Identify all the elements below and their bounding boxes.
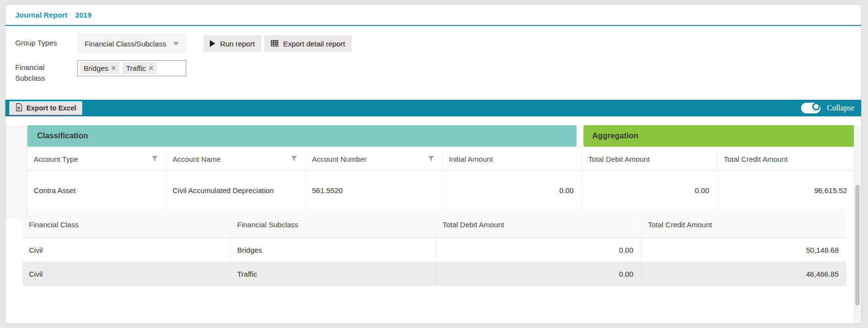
filter-icon[interactable] [428,155,434,163]
group-types-selected-value: Financial Class/Subclass [85,40,166,48]
collapse-toggle[interactable] [801,103,821,113]
table-row[interactable]: Civil Traffic 0.00 46,466.85 [22,262,846,286]
tag-label: Bridges [84,64,109,72]
column-header-total-credit[interactable]: Total Credit Amount [717,147,855,171]
aggregation-band: Aggregation [583,125,856,147]
filter-icon[interactable] [291,155,297,163]
detail-header-total-debit[interactable]: Total Debit Amount [436,211,641,238]
group-types-label: Group Types [15,34,77,48]
column-header-total-debit[interactable]: Total Debit Amount [581,147,717,171]
cell-total-debit: 0.00 [436,262,641,285]
export-detail-report-button[interactable]: Export detail report [265,35,352,52]
run-report-label: Run report [220,40,255,48]
report-grid: Classification Aggregation Account Type … [5,125,861,324]
cell-financial-subclass: Traffic [230,262,436,285]
tag-bridges[interactable]: Bridges ✕ [80,62,119,74]
financial-subclass-label: Financial Subclass [15,60,69,84]
column-header-account-name[interactable]: Account Name [166,147,305,171]
filter-icon[interactable] [152,155,158,163]
cell-account-number: 561.5520 [305,171,442,210]
cell-financial-subclass: Bridges [230,238,436,262]
export-detail-label: Export detail report [283,40,345,48]
detail-header-financial-class[interactable]: Financial Class [22,211,230,238]
grid-header-row: Account Type Account Name Account Number… [5,147,861,171]
vertical-scrollbar[interactable] [854,125,861,324]
cell-initial-amount: 0.00 [442,171,581,210]
excel-file-icon [15,103,22,113]
report-buttons: Run report Export detail report [203,34,352,52]
tag-label: Traffic [126,64,146,72]
column-header-account-type[interactable]: Account Type [27,147,166,171]
cell-total-debit: 0.00 [581,171,717,210]
cell-account-name: Civil Accumulated Depreciation [166,171,305,210]
column-header-initial-amount[interactable]: Initial Amount [442,147,581,171]
group-types-row: Group Types Financial Class/Subclass Run… [15,34,861,53]
detail-table: Financial Class Financial Subclass Total… [22,211,846,286]
cell-total-credit: 50,148.68 [641,238,846,262]
cell-total-debit: 0.00 [436,238,641,262]
cell-financial-class: Civil [22,238,230,262]
financial-subclass-input[interactable]: Bridges ✕ Traffic ✕ [77,60,186,76]
financial-subclass-row: Financial Subclass Bridges ✕ Traffic ✕ [15,60,861,84]
cell-total-credit: 96,615.52 [717,171,855,210]
toggle-knob-icon [812,103,820,110]
table-row[interactable]: Civil Bridges 0.00 50,148.68 [22,238,846,262]
hierarchy-gutter [5,125,27,219]
play-icon [210,40,215,47]
close-icon[interactable]: ✕ [149,65,154,71]
report-controls: Group Types Financial Class/Subclass Run… [5,26,861,84]
cell-financial-class: Civil [22,262,230,285]
tag-traffic[interactable]: Traffic ✕ [122,62,157,74]
run-report-button[interactable]: Run report [203,35,261,52]
card-header: Journal Report 2019 [5,4,861,26]
cell-total-credit: 46,466.85 [641,262,846,285]
scrollbar-thumb[interactable] [855,185,860,306]
grid-toolbar: Export to Excel Collapse [5,100,861,116]
detail-header-financial-subclass[interactable]: Financial Subclass [230,211,436,238]
detail-header-total-credit[interactable]: Total Credit Amount [641,211,846,238]
group-types-dropdown[interactable]: Financial Class/Subclass [77,34,186,53]
detail-header-row: Financial Class Financial Subclass Total… [22,211,846,238]
column-band-row: Classification Aggregation [27,125,861,147]
table-row[interactable]: Contra Asset Civil Accumulated Depreciat… [5,171,861,210]
close-icon[interactable]: ✕ [111,65,116,71]
export-excel-label: Export to Excel [26,104,76,112]
export-excel-button[interactable]: Export to Excel [9,101,82,115]
page-title: Journal Report [15,11,67,19]
collapse-label: Collapse [827,104,854,112]
column-header-account-number[interactable]: Account Number [305,147,442,171]
classification-band: Classification [27,125,577,147]
journal-report-card: Journal Report 2019 Group Types Financia… [5,4,862,324]
chevron-down-icon [173,42,179,45]
cell-account-type: Contra Asset [27,171,166,210]
table-grid-icon [271,40,278,48]
report-year: 2019 [75,11,91,19]
detail-area: Financial Class Financial Subclass Total… [5,210,861,286]
collapse-control: Collapse [801,103,854,113]
